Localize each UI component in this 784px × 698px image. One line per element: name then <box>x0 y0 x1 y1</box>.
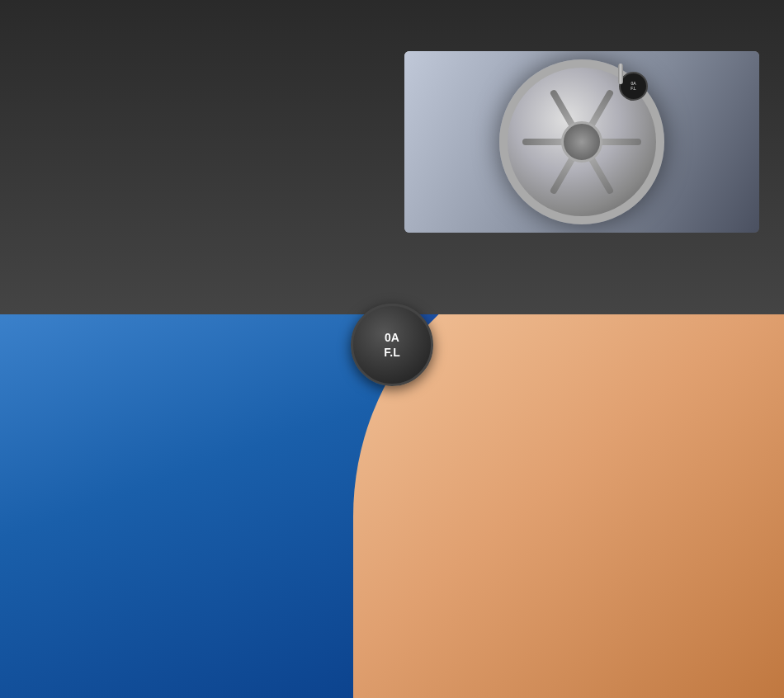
page: 01 External sensor 0A <box>0 0 784 698</box>
builtin-image-bg: 0AF.L <box>404 51 759 233</box>
external-image: 0A F.L <box>25 51 380 233</box>
builtin-sensor-small: 0AF.L <box>619 72 648 101</box>
external-image-bg: 0A F.L <box>25 51 380 233</box>
builtin-image: 0AF.L <box>404 51 759 233</box>
top-section: 01 External sensor 0A <box>0 0 784 241</box>
external-sensor-col: 01 External sensor 0A <box>25 15 380 233</box>
